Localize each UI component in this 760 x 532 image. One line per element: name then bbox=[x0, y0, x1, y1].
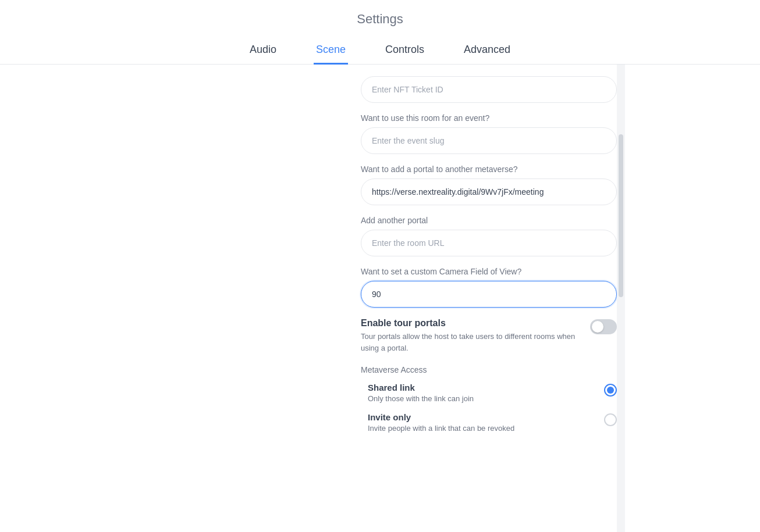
tour-portals-row: Enable tour portals Tour portals allow t… bbox=[361, 318, 617, 354]
page-title: Settings bbox=[0, 12, 760, 27]
shared-link-radio[interactable] bbox=[604, 384, 617, 397]
event-slug-group: Want to use this room for an event? bbox=[361, 113, 617, 154]
portal-metaverse-label: Want to add a portal to another metavers… bbox=[361, 165, 617, 174]
nft-ticket-group bbox=[361, 76, 617, 103]
tab-scene[interactable]: Scene bbox=[314, 37, 348, 65]
camera-fov-input[interactable] bbox=[361, 281, 617, 308]
content-area: Want to use this room for an event? Want… bbox=[0, 65, 760, 532]
toggle-knob bbox=[592, 321, 603, 333]
invite-only-desc: Invite people with a link that can be re… bbox=[368, 424, 604, 433]
tour-portals-label: Enable tour portals bbox=[361, 318, 578, 329]
portal-metaverse-group: Want to add a portal to another metavers… bbox=[361, 165, 617, 205]
tab-controls[interactable]: Controls bbox=[383, 37, 427, 65]
shared-link-text: Shared link Only those with the link can… bbox=[368, 383, 604, 403]
tour-portals-desc: Tour portals allow the host to take user… bbox=[361, 331, 578, 354]
access-option-invite: Invite only Invite people with a link th… bbox=[361, 412, 617, 433]
invite-only-title: Invite only bbox=[368, 412, 604, 422]
tour-portals-content: Enable tour portals Tour portals allow t… bbox=[361, 318, 590, 354]
shared-link-radio-inner bbox=[607, 387, 614, 394]
shared-link-title: Shared link bbox=[368, 383, 604, 392]
access-option-shared: Shared link Only those with the link can… bbox=[361, 383, 617, 403]
scroll-thumb[interactable] bbox=[619, 134, 623, 297]
camera-fov-label: Want to set a custom Camera Field of Vie… bbox=[361, 267, 617, 276]
portal2-label: Add another portal bbox=[361, 216, 617, 225]
portal2-group: Add another portal bbox=[361, 216, 617, 256]
event-slug-label: Want to use this room for an event? bbox=[361, 113, 617, 123]
left-space bbox=[0, 65, 361, 532]
nft-ticket-input[interactable] bbox=[361, 76, 617, 103]
camera-fov-group: Want to set a custom Camera Field of Vie… bbox=[361, 267, 617, 308]
metaverse-access-group: Metaverse Access Shared link Only those … bbox=[361, 365, 617, 433]
settings-header: Settings Audio Scene Controls Advanced bbox=[0, 0, 760, 65]
page-container: Settings Audio Scene Controls Advanced W… bbox=[0, 0, 760, 532]
tabs-nav: Audio Scene Controls Advanced bbox=[0, 36, 760, 64]
portal2-input[interactable] bbox=[361, 230, 617, 256]
event-slug-input[interactable] bbox=[361, 127, 617, 154]
tab-audio[interactable]: Audio bbox=[247, 37, 279, 65]
tab-advanced[interactable]: Advanced bbox=[461, 37, 513, 65]
invite-only-radio[interactable] bbox=[604, 413, 617, 426]
tour-portals-toggle[interactable] bbox=[590, 319, 617, 334]
main-panel: Want to use this room for an event? Want… bbox=[361, 65, 617, 532]
portal-metaverse-input[interactable] bbox=[361, 178, 617, 205]
invite-only-text: Invite only Invite people with a link th… bbox=[368, 412, 604, 433]
scroll-track[interactable] bbox=[617, 65, 625, 532]
access-section-label: Metaverse Access bbox=[361, 365, 617, 374]
shared-link-desc: Only those with the link can join bbox=[368, 394, 604, 403]
